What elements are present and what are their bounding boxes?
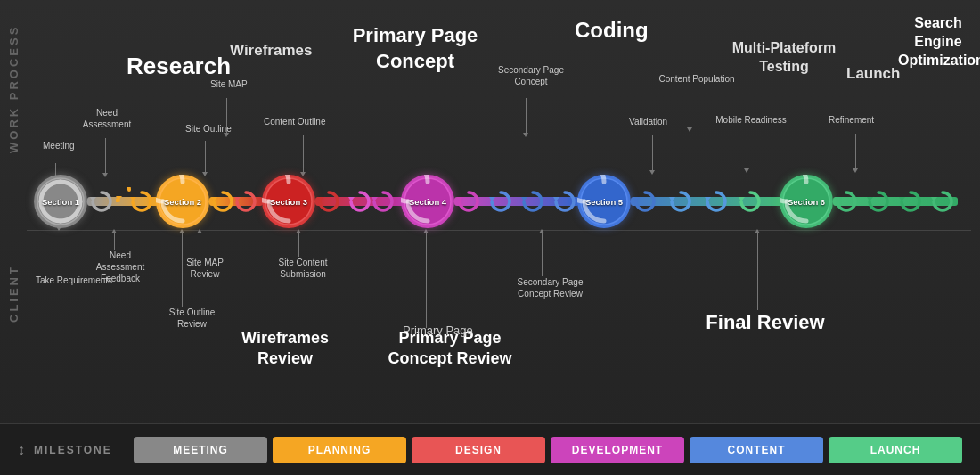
annotation-site-content-sub: Site ContentSubmission bbox=[267, 257, 339, 280]
svg-marker-10 bbox=[234, 197, 241, 201]
svg-marker-7 bbox=[90, 197, 96, 201]
mini-circ-svg-19 bbox=[930, 189, 955, 214]
mini-circ-6 bbox=[347, 189, 372, 217]
svg-marker-12 bbox=[348, 197, 355, 201]
legend-meeting: MEETING bbox=[134, 437, 267, 463]
line-primary-page-review bbox=[426, 230, 427, 328]
line-site-outline-review bbox=[182, 230, 183, 307]
svg-marker-15 bbox=[489, 197, 495, 201]
section-4-node: Section 4 bbox=[401, 175, 454, 228]
mini-circ-svg-18 bbox=[898, 189, 923, 214]
legend-items: MEETING PLANNING DESIGN DEVELOPMENT CONT… bbox=[134, 437, 962, 463]
mini-circ-svg-3 bbox=[210, 189, 235, 214]
mini-circ-4 bbox=[233, 189, 258, 217]
annotation-launch: Launch bbox=[846, 64, 900, 84]
svg-marker-24 bbox=[899, 197, 905, 201]
svg-marker-23 bbox=[867, 197, 873, 201]
mini-circ-12 bbox=[633, 189, 657, 217]
mini-circ-svg-17 bbox=[866, 189, 891, 214]
annotation-content-outline: Content Outline bbox=[264, 116, 326, 127]
line-mobile-readiness bbox=[747, 134, 747, 169]
legend-planning: PLANNING bbox=[273, 437, 406, 463]
annotation-primary-page-concept: Primary PageConcept bbox=[344, 23, 486, 74]
legend-bar: ↕ MILESTONE MEETING PLANNING DESIGN DEVE… bbox=[0, 423, 980, 475]
annotation-meeting: Meeting bbox=[43, 140, 75, 152]
line-site-map-review bbox=[200, 230, 200, 255]
mini-circ-svg-7 bbox=[371, 189, 396, 214]
line-site-content-sub bbox=[298, 230, 299, 257]
line-secondary-page bbox=[526, 98, 527, 134]
mini-circ-1 bbox=[89, 189, 114, 217]
annotation-wireframes: Wireframes bbox=[230, 41, 312, 61]
mini-circ-10 bbox=[520, 189, 545, 217]
section-3-node: Section 3 bbox=[262, 175, 315, 228]
mini-circ-2 bbox=[129, 189, 154, 217]
svg-marker-11 bbox=[317, 197, 323, 201]
mini-circ-16 bbox=[834, 189, 859, 217]
annotation-mobile-readiness: Mobile Readiness bbox=[702, 114, 800, 126]
svg-marker-22 bbox=[835, 197, 841, 201]
annotation-final-review: Final Review bbox=[698, 310, 832, 336]
svg-marker-16 bbox=[521, 197, 527, 201]
line-final-review bbox=[757, 230, 758, 310]
mini-circ-svg-10 bbox=[520, 189, 545, 214]
svg-marker-21 bbox=[739, 197, 745, 201]
work-process-label: WORK PROCESS bbox=[7, 18, 20, 160]
mini-circ-svg-5 bbox=[316, 189, 341, 214]
mini-circ-8 bbox=[456, 189, 481, 217]
mini-circ-7 bbox=[371, 189, 396, 217]
annotation-secondary-page-concept: Secondary PageConcept bbox=[486, 64, 576, 87]
section-6-node: Section 6 bbox=[780, 175, 833, 228]
mini-circ-svg-8 bbox=[456, 189, 481, 214]
mini-circ-svg-1 bbox=[89, 189, 114, 214]
annotation-coding: Coding bbox=[575, 16, 649, 44]
annotation-wireframes-review: WireframesReview bbox=[227, 328, 343, 370]
line-refinement bbox=[855, 134, 856, 169]
line-content-population bbox=[690, 93, 690, 128]
annotation-need-assessment: NeedAssessment bbox=[71, 107, 143, 130]
annotation-refinement: Refinement bbox=[829, 114, 874, 126]
mini-circ-svg-13 bbox=[668, 189, 693, 214]
mini-circ-svg-14 bbox=[704, 189, 729, 214]
mini-circ-svg-4 bbox=[233, 189, 258, 214]
annotation-seo: Search EngineOptimization bbox=[898, 14, 978, 70]
svg-marker-18 bbox=[633, 197, 640, 201]
svg-marker-20 bbox=[705, 197, 711, 201]
annotation-site-outline: Site Outline bbox=[185, 123, 232, 135]
annotation-research: Research bbox=[127, 52, 231, 82]
line-site-outline bbox=[205, 141, 206, 173]
section-2-label: Section 2 bbox=[164, 197, 201, 207]
mini-circ-svg-2 bbox=[129, 189, 154, 214]
mini-circ-5 bbox=[316, 189, 341, 217]
annotation-primary-page-small: Primary Page bbox=[403, 323, 473, 339]
annotation-site-outline-review: Site OutlineReview bbox=[159, 307, 225, 330]
mini-circ-svg-11 bbox=[552, 189, 577, 214]
milestone-icon: ↕ bbox=[18, 442, 27, 458]
legend-development: DEVELOPMENT bbox=[551, 437, 684, 463]
section-1-node: Section 1 bbox=[34, 175, 87, 228]
line-validation bbox=[652, 135, 653, 171]
legend-content: CONTENT bbox=[690, 437, 823, 463]
svg-marker-19 bbox=[669, 197, 675, 201]
mini-circ-18 bbox=[898, 189, 923, 217]
section-2-node: Section 2 bbox=[156, 175, 209, 228]
line-need-assess-fb bbox=[114, 230, 115, 250]
annotation-site-map: Site MAP bbox=[210, 78, 248, 90]
svg-marker-17 bbox=[553, 197, 559, 201]
client-label: CLIENT bbox=[7, 241, 20, 348]
svg-marker-14 bbox=[457, 197, 463, 201]
section-1-label: Section 1 bbox=[42, 197, 79, 207]
section-4-label: Section 4 bbox=[409, 197, 446, 207]
mini-circ-svg-9 bbox=[488, 189, 513, 214]
mini-circ-13 bbox=[668, 189, 693, 217]
mini-circ-9 bbox=[488, 189, 513, 217]
mini-circ-svg-12 bbox=[633, 189, 657, 214]
mini-circ-17 bbox=[866, 189, 891, 217]
svg-marker-25 bbox=[931, 197, 937, 201]
section-5-node: Section 5 bbox=[577, 175, 631, 228]
line-need-assessment bbox=[105, 138, 106, 174]
section-5-label: Section 5 bbox=[585, 197, 623, 207]
milestone-text: MILESTONE bbox=[34, 444, 112, 456]
annotation-validation: Validation bbox=[629, 116, 667, 127]
svg-marker-13 bbox=[372, 197, 378, 201]
